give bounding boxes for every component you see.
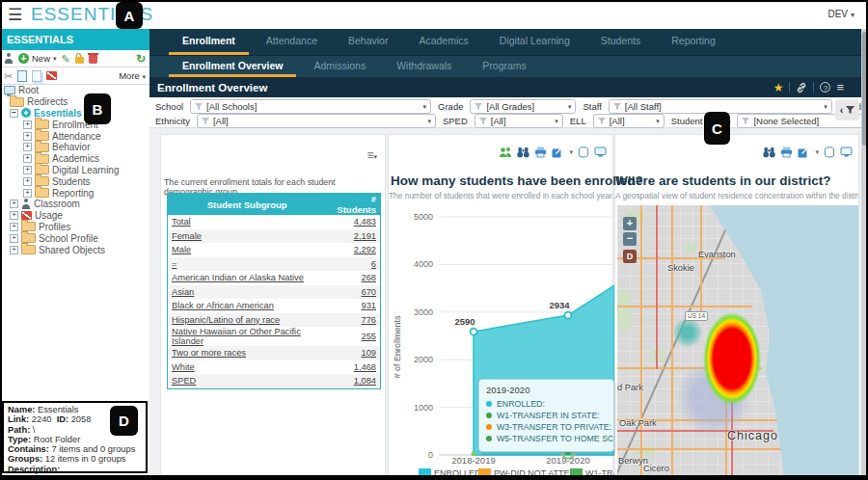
count-link[interactable]: 4,483 [326,215,380,229]
subgroup-link[interactable]: Black or African American [168,299,327,313]
tab-students[interactable]: Students [587,29,654,55]
monitor-icon[interactable] [840,147,853,158]
expand-box-icon[interactable]: + [23,166,32,174]
link-icon[interactable] [796,82,807,93]
edit-icon[interactable]: ✎ [62,53,70,65]
count-link[interactable]: 1,468 [326,360,380,375]
export-icon[interactable] [798,147,810,158]
tree-item-root[interactable]: Root [0,85,149,96]
subgroup-link[interactable]: Two or more races [168,346,327,360]
tree-item-behavior[interactable]: +Behavior [0,142,149,153]
tree-item-classroom[interactable]: +Classroom [0,199,149,210]
tree-item-redirects[interactable]: Redirects [0,96,149,108]
tree-item-enrollment[interactable]: +Enrollment [0,119,149,130]
count-link[interactable]: 268 [326,271,380,285]
tab-behavior[interactable]: Behavior [335,29,401,55]
expand-box-icon[interactable]: + [23,120,32,129]
subgroup-link[interactable]: Hispanic/Latino of any race [168,313,327,328]
ethnicity-filter[interactable]: [All]▾ [197,114,436,128]
count-link[interactable]: 776 [326,313,380,328]
database-icon[interactable] [824,147,835,158]
expand-box-icon[interactable]: + [23,132,32,141]
subgroup-link[interactable]: Native Hawaiian or Other Pacific Islande… [168,327,327,346]
school-filter[interactable]: [All Schools]▾ [190,99,431,114]
ell-filter[interactable]: [All]▾ [593,114,665,128]
database-icon[interactable] [578,147,589,158]
usage-chart-icon[interactable] [46,71,57,80]
tree-item-reporting[interactable]: +Reporting [0,187,149,199]
subgroup-link[interactable]: Male [168,243,327,257]
expand-box-icon[interactable]: + [10,223,18,231]
vertical-scrollbar[interactable] [861,29,868,480]
map-zoom-out-button[interactable]: − [623,232,637,246]
expand-box-icon[interactable]: + [10,234,18,243]
tab-academics[interactable]: Academics [405,29,481,55]
monitor-icon[interactable] [594,147,607,158]
hamburger-menu-icon[interactable]: ☰ [8,5,22,25]
more-button[interactable]: More ▾ [119,70,146,81]
delete-icon[interactable] [89,55,97,64]
tab-reporting[interactable]: Reporting [658,29,729,55]
count-link[interactable]: 670 [326,285,380,300]
map-zoom-in-button[interactable]: + [623,217,637,230]
district-heatmap[interactable]: US 14 Evanston Skokie d Park Oak Park Ch… [617,205,858,476]
subgroup-link[interactable]: American Indian or Alaska Native [168,271,327,285]
paste-icon[interactable] [32,70,41,82]
subgroup-link[interactable]: Total [168,215,327,229]
expand-box-icon[interactable]: + [23,177,32,186]
tab-attendance[interactable]: Attendance [253,29,331,55]
tree-item-digital-learning[interactable]: +Digital Learning [0,165,149,176]
env-dropdown[interactable]: DEV▾ [827,9,854,19]
filter-panel-collapse-button[interactable]: ‹ [835,99,859,120]
expand-box-icon[interactable]: + [23,143,32,151]
chevron-down-icon[interactable]: ▾ [815,148,819,156]
panel-menu-icon[interactable]: ≡▾ [366,148,377,162]
user-permissions-icon[interactable] [4,53,14,64]
count-link[interactable]: 6 [326,257,380,272]
count-link[interactable]: 931 [326,299,380,313]
column-header-students[interactable]: # Students [326,194,380,216]
export-icon[interactable] [552,147,564,158]
collapse-box-icon[interactable]: − [10,109,18,118]
expand-box-icon[interactable]: + [23,189,32,198]
count-link[interactable]: 109 [326,346,380,360]
subgroup-link[interactable]: Female [168,229,327,244]
tree-item-essentials[interactable]: −Essentials [0,108,149,120]
count-link[interactable]: 255 [326,327,380,346]
count-link[interactable]: 2,191 [326,229,380,244]
sped-filter[interactable]: [All]▾ [475,114,563,128]
refresh-icon[interactable]: ↻ [136,53,146,65]
expand-box-icon[interactable]: + [10,200,18,208]
print-icon[interactable] [534,147,547,158]
help-icon[interactable]: ? [820,82,830,93]
subgroup-link[interactable]: SPED [168,374,327,388]
lock-icon[interactable] [75,57,84,64]
tree-item-attendance[interactable]: +Attendance [0,130,149,142]
tab-enrollment[interactable]: Enrollment [169,29,249,55]
binoculars-icon[interactable] [517,147,529,158]
map-marker-d[interactable]: D [623,250,637,263]
grade-filter[interactable]: [All Grades]▾ [470,99,576,114]
page-menu-icon[interactable]: ≡ [836,82,844,93]
tree-item-academics[interactable]: +Academics [0,153,149,165]
subgroup-link[interactable]: Asian [168,285,327,300]
favorite-star-icon[interactable]: ★ [773,81,784,94]
chevron-down-icon[interactable]: ▾ [569,148,573,156]
subgroup-link[interactable]: White [168,360,327,375]
staff-filter[interactable]: [All Staff]▾ [609,99,832,114]
count-link[interactable]: 1,084 [326,374,380,388]
subgroup-link[interactable]: = [168,257,327,272]
column-header-subgroup[interactable]: Student Subgroup [168,194,327,216]
cut-icon[interactable]: ✂ [4,70,13,82]
scrollbar-thumb[interactable] [862,32,867,146]
binoculars-icon[interactable] [763,147,775,158]
copy-icon[interactable] [17,70,27,82]
expand-box-icon[interactable]: + [10,246,18,254]
tree-item-shared-objects[interactable]: +Shared Objects [0,244,149,255]
student-groups-icon[interactable] [499,147,512,158]
tab-digital-learning[interactable]: Digital Learning [486,29,583,55]
new-button[interactable]: + New ▾ [18,53,57,64]
print-icon[interactable] [780,147,793,158]
count-link[interactable]: 2,292 [326,243,380,257]
expand-box-icon[interactable]: + [23,154,32,163]
